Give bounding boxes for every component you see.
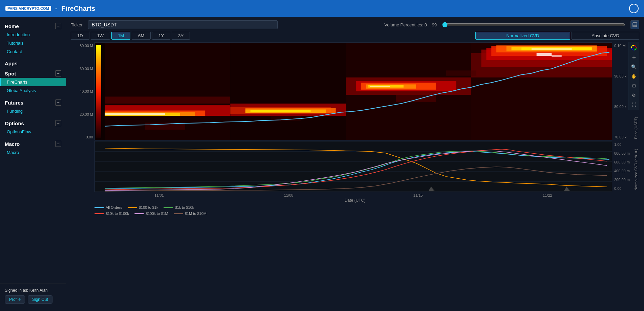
options-label: Options (5, 120, 24, 126)
legend-label-100-1k: $100 to $1k (139, 205, 158, 209)
macro-toggle[interactable]: − (55, 141, 61, 147)
apps-section: Apps (0, 58, 66, 68)
time-period-row: 1D 1W 1M 6M 1Y 3Y Normalized CVD Absolut… (71, 32, 639, 40)
sidebar-item-optionsflow[interactable]: OptionsFlow (0, 128, 66, 136)
legend-line-1m-10m (174, 213, 183, 214)
date-label: Date (UTC) (71, 198, 639, 203)
period-1m[interactable]: 1M (111, 32, 130, 40)
period-1y[interactable]: 1Y (152, 32, 170, 40)
legend-label-1k-10k: $1k to $10k (175, 205, 194, 209)
spot-section: Spot − (0, 68, 66, 78)
macro-label: Macro (5, 141, 20, 147)
color-gradient-bar (96, 45, 101, 138)
chart-wrapper: 80.00 M 60.00 M 40.00 M 20.00 M 0.00 (71, 42, 639, 308)
legend-line-100k-1m (134, 213, 144, 214)
volume-percentile-slider[interactable] (442, 22, 625, 27)
spot-label: Spot (5, 71, 16, 76)
svg-rect-11 (230, 43, 346, 140)
legend-label-all-orders: All Orders (106, 205, 122, 209)
futures-section: Futures − (0, 97, 66, 107)
cvd-canvas (94, 141, 612, 192)
sidebar-item-contact[interactable]: Contact (0, 47, 66, 56)
legend-line-10k-100k (94, 213, 104, 214)
cvd-svg (95, 141, 612, 192)
legend-100-1k: $100 to $1k (128, 205, 158, 209)
cvd-axis-label: Normalized CVD (arb. u.) (632, 141, 639, 192)
legend-line-100-1k (128, 207, 137, 208)
legend-area-2: $10k to $100k $100k to $1M $1M to $10M (71, 211, 639, 217)
svg-rect-9 (105, 113, 165, 115)
topbar: PARSIANCRYPTO.COM - FireCharts (0, 0, 644, 17)
cvd-right: 1.00 800.00 m 600.00 m 400.00 m 200.00 m… (612, 141, 639, 192)
sidebar-item-macro[interactable]: Macro (0, 148, 66, 157)
cvd-normalized-btn[interactable]: Normalized CVD (475, 32, 570, 40)
separator: - (55, 5, 58, 13)
crosshair-icon[interactable]: ✛ (630, 53, 638, 61)
heatmap-y-axis: 80.00 M 60.00 M 40.00 M 20.00 M 0.00 (71, 42, 94, 140)
svg-rect-16 (251, 110, 311, 112)
sidebar-item-funding[interactable]: Funding (0, 107, 66, 115)
pan-icon[interactable]: ✋ (630, 72, 638, 80)
home-section: Home − (0, 20, 66, 30)
macro-section: Macro − (0, 138, 66, 148)
ticker-label: Ticker (71, 22, 83, 27)
futures-toggle[interactable]: − (55, 99, 61, 106)
svg-rect-33 (532, 48, 572, 50)
home-toggle[interactable]: − (55, 23, 61, 29)
svg-rect-23 (370, 86, 390, 87)
circle-icon[interactable] (629, 4, 639, 13)
cvd-container: 1.00 800.00 m 600.00 m 400.00 m 200.00 m… (71, 141, 639, 192)
legend-label-1m-10m: $1M to $10M (185, 212, 207, 216)
legend-label-100k-1m: $100k to $1M (146, 212, 168, 216)
footer-buttons: Profile Sign Out (5, 295, 61, 304)
chart-controls: Ticker Volume Percentiles: 0 .. 99 (71, 20, 639, 29)
logo: PARSIANCRYPTO.COM (5, 6, 51, 11)
period-6m[interactable]: 6M (132, 32, 151, 40)
legend-1k-10k: $1k to $10k (164, 205, 194, 209)
right-toolbar: ✛ 🔍 ✋ ⊞ ⚙ ⛶ (628, 42, 639, 110)
legend-all-orders: All Orders (94, 205, 122, 209)
legend-1m-10m: $1M to $10M (174, 212, 207, 216)
futures-label: Futures (5, 100, 23, 106)
profile-button[interactable]: Profile (5, 295, 25, 304)
legend-100k-1m: $100k to $1M (134, 212, 168, 216)
settings-icon[interactable] (630, 20, 639, 29)
options-section: Options − (0, 117, 66, 128)
signed-in-label: Signed in as: Keith Alan (5, 288, 61, 293)
apps-label: Apps (5, 61, 18, 66)
period-3y[interactable]: 3Y (172, 32, 190, 40)
heatmap-container: 80.00 M 60.00 M 40.00 M 20.00 M 0.00 (71, 42, 639, 140)
sidebar-item-globalanalysis[interactable]: GlobalAnalysis (0, 86, 66, 95)
svg-rect-38 (537, 53, 552, 56)
legend-10k-100k: $10k to $100k (94, 212, 129, 216)
settings-icon[interactable]: ⚙ (630, 91, 638, 99)
cvd-y-axis-left (71, 141, 94, 192)
heatmap-svg (95, 43, 612, 140)
grid-icon[interactable]: ⊞ (630, 82, 638, 90)
fullscreen-icon[interactable]: ⛶ (630, 101, 638, 109)
spot-toggle[interactable]: − (55, 70, 61, 76)
zoom-icon[interactable]: 🔍 (630, 63, 638, 71)
x-axis-row: 11/01 11/08 11/15 11/22 (71, 192, 639, 197)
legend-line-all-orders (94, 207, 104, 208)
period-1w[interactable]: 1W (91, 32, 110, 40)
options-toggle[interactable]: − (55, 120, 61, 126)
ticker-input[interactable] (88, 20, 278, 29)
volume-label: Volume Percentiles: 0 .. 99 (384, 22, 437, 27)
sidebar-item-firecharts[interactable]: FireCharts (0, 78, 66, 86)
sidebar-item-tutorials[interactable]: Tutorials (0, 39, 66, 47)
x-axis-labels: 11/01 11/08 11/15 11/22 (94, 193, 612, 197)
home-label: Home (5, 23, 19, 29)
sidebar-item-introduction[interactable]: Introduction (0, 30, 66, 39)
legend-label-10k-100k: $10k to $100k (106, 212, 129, 216)
period-1d[interactable]: 1D (71, 32, 89, 40)
cvd-absolute-btn[interactable]: Absolute CVD (572, 32, 639, 40)
color-wheel-icon[interactable] (630, 44, 638, 52)
legend-line-1k-10k (164, 207, 173, 208)
legend-area: All Orders $100 to $1k $1k to $10k (71, 203, 639, 211)
svg-rect-39 (552, 55, 562, 57)
main-layout: Home − Introduction Tutorials Contact Ap… (0, 17, 644, 311)
svg-rect-0 (633, 23, 637, 27)
signout-button[interactable]: Sign Out (28, 295, 52, 304)
heatmap-canvas (94, 42, 612, 140)
